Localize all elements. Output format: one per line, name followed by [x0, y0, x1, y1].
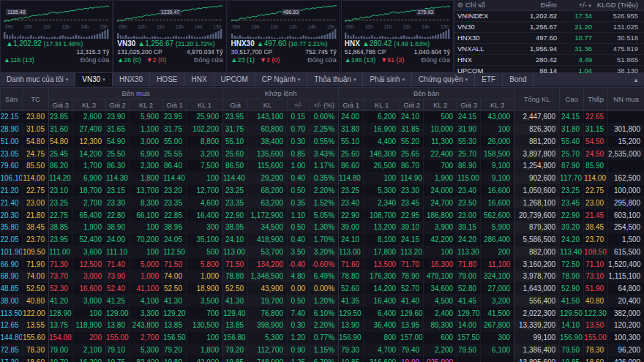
index-row-vn30[interactable]: VN301,256.6721.20131.025 [454, 22, 644, 33]
cell-ask-volume: 6,100 [481, 344, 514, 356]
index-chart-panel-vn30[interactable]: 1235.4709h10h11h13h14h15hVN30▲1,256.67(2… [113, 0, 226, 72]
cell-high: 52.90 [560, 282, 584, 295]
board-row[interactable]: 20.3021.8022.7565,40022.8066,10022.8516,… [1, 209, 644, 222]
cell-bid-volume: 52,400 [72, 233, 106, 246]
nav-item-upcom[interactable]: UPCOM [214, 73, 255, 86]
board-row[interactable]: 106.10114.00114.206,900114.301,800114.40… [1, 172, 644, 184]
index-row-hnx[interactable]: HNX280.424.4951.865 [454, 55, 644, 66]
nav-item-cp-nganh[interactable]: CP Ngành▾ [255, 73, 307, 86]
cell-bid-volume: 100 [130, 246, 163, 258]
board-row[interactable]: 22.0523.7023.9552,40024.0070,20024.0535,… [1, 233, 644, 246]
nav-item-label: UPCOM [221, 73, 248, 86]
time-tick: 09h [119, 24, 127, 29]
board-row[interactable]: 51.0054.8054.8012,30054.903,00055.008,80… [1, 135, 644, 148]
index-chart-panel-hnx[interactable]: 275.9309h10h11h13h14h15hHNX▲280.42(4.49 … [341, 0, 454, 72]
cell-ref-price: 109.50 [23, 246, 49, 258]
cell-bid-price: 41.25 [106, 295, 130, 307]
index-col-points: Điểm [512, 0, 557, 10]
cell-bid-volume: 1,800 [187, 344, 223, 356]
nav-item-watchlist[interactable]: Danh mục của tôi▾ [0, 73, 75, 86]
index-chart-panel-hnx30[interactable]: 486.8309h10h11h13h14h15hHNX30▲497.60(10.… [228, 0, 340, 72]
cell-change-percent: 2.25% [310, 123, 339, 135]
cell-match-price: 78.80 [223, 270, 248, 282]
time-tick: 13h [289, 24, 297, 29]
index-name: HNX [345, 39, 360, 48]
cell-low: 114.00 [584, 172, 608, 184]
nav-item-chung-quyen[interactable]: Chứng quyền▾ [412, 73, 475, 86]
board-row[interactable]: 38.0040.8041.203,00041.254,10041.303,500… [1, 295, 644, 307]
board-row[interactable]: 22.1523.8023.852,60023.905,90023.9525,90… [1, 111, 644, 124]
index-klgd: 30.518 [592, 33, 644, 43]
board-row[interactable]: 144.80155.60154.00200155.002,700156.5010… [1, 331, 644, 344]
board-row[interactable]: 21.2022.7523.1018,70023.1513,70023.2012,… [1, 184, 644, 197]
index-klgd: 131.025 [592, 22, 644, 32]
cell-ask-price: 78.80 [339, 270, 364, 282]
nav-item-hnx[interactable]: HNX [184, 73, 214, 86]
nav-item-thoa-thuan[interactable]: Thỏa thuận▾ [307, 73, 363, 86]
cell-bid-volume: 12,500 [72, 258, 106, 271]
nav-item-bond[interactable]: Bond [503, 73, 533, 86]
board-row[interactable]: 35.8038.4538.851,90038.9010038.9530038.9… [1, 221, 644, 233]
cell-match-volume: 112,700 [248, 344, 288, 356]
board-row[interactable]: 28.9031.0531.6027,40031.651,10031.75102,… [1, 123, 644, 135]
nav-item-label: ETF [482, 73, 495, 86]
cell-foreign-buy: 20,400 [608, 295, 644, 307]
collapse-panel-button[interactable]: ▴ [628, 76, 644, 83]
cell-match-price: 71.50 [223, 258, 248, 271]
cell-match-volume: 5,300 [248, 331, 288, 344]
index-row-hnx30[interactable]: HNX30497.6010.7730.518 [454, 33, 644, 44]
index-col-change[interactable]: +/-▼ [557, 0, 592, 10]
cell-bid-volume: 3,000 [130, 135, 163, 148]
cell-ask-volume: 3,200 [481, 295, 514, 307]
cell-total-volume: 1,386,400 [514, 344, 560, 356]
board-row[interactable]: 48.8552.5052.3016,60052.4041,10052.5018,… [1, 282, 644, 295]
board-row[interactable]: 17.3018.6019.7016,20019.7582,40019.8042,… [1, 356, 644, 362]
nav-item-phai-sinh[interactable]: Phái sinh▾ [363, 73, 412, 86]
volume-bars [117, 29, 222, 39]
cell-bid-volume: 100 [187, 172, 223, 184]
board-row[interactable]: 68.9074.0073.703,00073.901,00074.001,000… [1, 270, 644, 282]
gear-icon[interactable]: ⚙ [457, 0, 463, 10]
cell-ask-price: 79.50 [457, 344, 481, 356]
cell-floor-price: 21.20 [1, 184, 23, 197]
cell-change-percent: 1.20% [310, 295, 339, 307]
cell-bid-volume: 2,700 [72, 197, 106, 209]
index-label: VNXALL [457, 44, 484, 54]
cell-ref-price: 78.30 [23, 344, 49, 356]
cell-change: 0.50 [288, 184, 310, 197]
board-row[interactable]: 79.6085.5086.201,70086.302,30086.407,500… [1, 160, 644, 173]
cell-bid-volume: 1,000 [130, 270, 163, 282]
index-row-vnxall[interactable]: VNXALL1,956.9431.36475.819 [454, 44, 644, 55]
cell-ask-volume: 500 [424, 111, 457, 124]
board-row[interactable]: 66.9071.9071.3012,50071.405,00071.505,80… [1, 258, 644, 271]
board-row[interactable]: 12.6513.5513.75118,90013.80243,80013.851… [1, 320, 644, 332]
index-label: HNX [457, 55, 472, 65]
board-header-group-sell: Bên bán [339, 88, 514, 99]
cell-low: 22.75 [584, 184, 608, 197]
nav-item-hose[interactable]: HOSE [150, 73, 184, 86]
board-row[interactable]: 23.0524.7525.4514,20025.506,90025.553,20… [1, 148, 644, 160]
board-row[interactable]: 72.8578.3079.002,10079.105,30079.201,800… [1, 344, 644, 356]
cell-foreign-buy: 100,300 [608, 331, 644, 344]
cell-ask-price: 13.90 [339, 320, 364, 332]
cell-ask-price: 23.40 [339, 197, 364, 209]
decliners-count: ▼2 (0) [146, 56, 166, 64]
cell-ref-price: 21.80 [23, 209, 49, 222]
board-row[interactable]: 113.50122.00128.90100129.003,300129.2070… [1, 307, 644, 320]
cell-match-price: 114.40 [223, 172, 248, 184]
cell-ask-price: 79.00 [457, 270, 481, 282]
cell-match-price: 25.60 [223, 148, 248, 160]
cell-ask-volume: 41,500 [481, 307, 514, 320]
index-row-vnindex[interactable]: VNINDEX1,202.8217.34526.955 [454, 11, 644, 22]
board-row[interactable]: 101.90109.50111.003,600111.10100112.5050… [1, 246, 644, 258]
cell-high: 23.25 [560, 184, 584, 197]
cell-ask-price: 25.65 [400, 148, 424, 160]
nav-item-vn30[interactable]: VN30▾ [75, 73, 113, 86]
nav-item-etf[interactable]: ETF [475, 73, 503, 86]
index-chart-panel-vnindex[interactable]: 1185.4809h10h11h13h14h15h▲1,202.82(17.34… [0, 0, 113, 72]
time-tick: 14h [195, 24, 203, 29]
cell-change: 0.70 [288, 123, 310, 135]
cell-ask-price: 39.15 [457, 221, 481, 233]
nav-item-hnx30[interactable]: HNX30 [113, 73, 150, 86]
board-row[interactable]: 21.4023.0023.252,70023.308,30023.354,600… [1, 197, 644, 209]
